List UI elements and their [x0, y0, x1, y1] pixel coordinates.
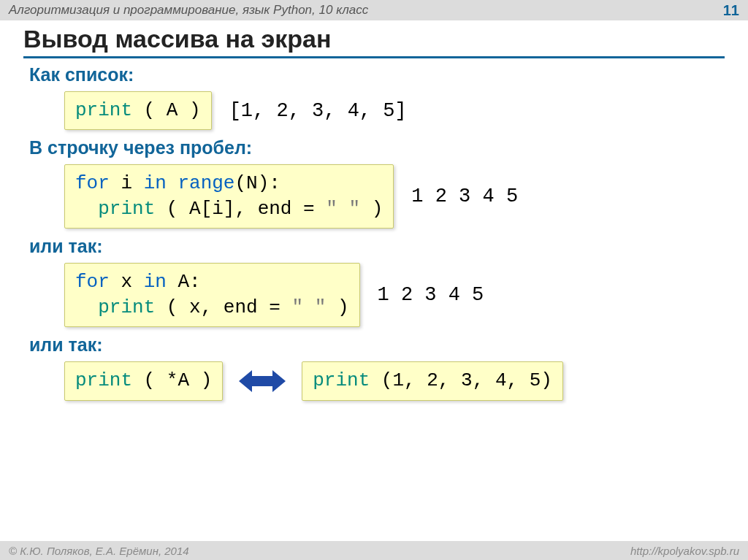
code-token: " "	[326, 198, 360, 220]
code-box-5: print (1, 2, 3, 4, 5)	[302, 361, 563, 400]
code-token: print	[313, 369, 370, 391]
arrow-left-head	[239, 370, 252, 392]
footer-bar: © К.Ю. Поляков, Е.А. Ерёмин, 2014 http:/…	[0, 541, 748, 560]
slide: Алгоритмизация и программирование, язык …	[0, 0, 748, 560]
code-token: )	[326, 296, 348, 318]
content-area: Вывод массива на экран Как список: print…	[0, 20, 748, 401]
arrow-right-head	[272, 370, 286, 392]
code-token: range	[167, 172, 235, 194]
code-token: i	[110, 172, 144, 194]
code-token: " "	[291, 296, 326, 318]
code-box-3: for x in A: print ( x, end = " " )	[64, 263, 360, 327]
output-3: 1 2 3 4 5	[378, 284, 484, 306]
footer-authors: © К.Ю. Поляков, Е.А. Ерёмин, 2014	[9, 545, 189, 557]
code-token: print	[75, 99, 132, 121]
code-token: print	[75, 369, 132, 391]
code-box-4: print ( *A )	[64, 361, 223, 400]
code-box-2: for i in range(N): print ( A[i], end = "…	[64, 164, 394, 229]
code-token: print	[98, 198, 155, 220]
code-token: ( *A )	[132, 369, 212, 391]
code-token: for	[75, 172, 110, 194]
footer-url: http://kpolyakov.spb.ru	[630, 545, 739, 557]
section-label-3: или так:	[29, 236, 725, 257]
page-number: 11	[707, 2, 739, 19]
code-token: (1, 2, 3, 4, 5)	[370, 369, 552, 391]
code-token: ( x, end =	[155, 296, 291, 318]
double-arrow-icon	[239, 370, 286, 392]
code-token: x	[110, 271, 144, 293]
header-bar: Алгоритмизация и программирование, язык …	[0, 0, 748, 20]
code-box-1: print ( A )	[64, 91, 212, 130]
output-1: [1, 2, 3, 4, 5]	[229, 100, 407, 122]
slide-title: Вывод массива на экран	[23, 25, 725, 58]
code-token: ( A )	[132, 99, 201, 121]
code-token: in	[144, 172, 167, 194]
code-token: in	[144, 271, 167, 293]
code-token: )	[360, 198, 383, 220]
course-title: Алгоритмизация и программирование, язык …	[9, 3, 368, 18]
section-label-1: Как список:	[29, 64, 725, 85]
arrow-body	[252, 376, 272, 386]
code-token: for	[75, 271, 110, 293]
section-label-4: или так:	[29, 334, 725, 356]
section-label-2: В строчку через пробел:	[29, 137, 725, 158]
output-2: 1 2 3 4 5	[411, 185, 518, 207]
code-token: print	[98, 296, 155, 318]
code-token: ( A[i], end =	[155, 198, 326, 220]
